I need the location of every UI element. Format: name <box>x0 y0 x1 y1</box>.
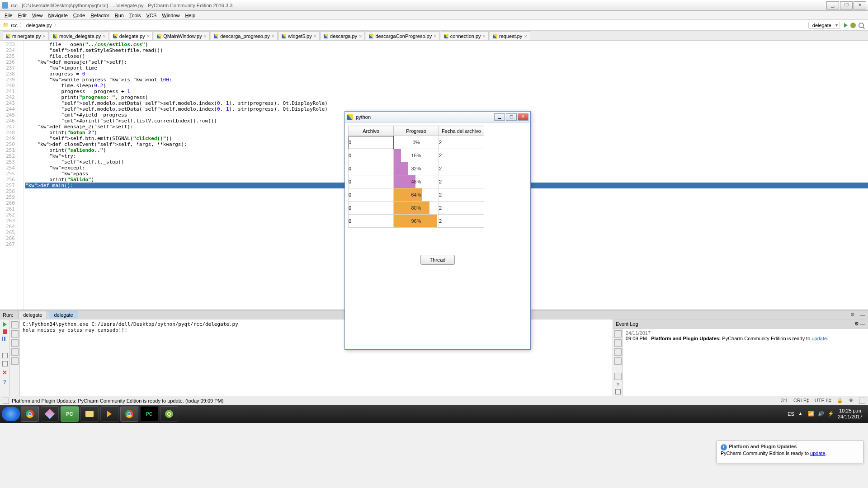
pin-icon[interactable] <box>2 361 8 366</box>
menu-view[interactable]: View <box>29 13 46 18</box>
menu-window[interactable]: Window <box>159 13 182 18</box>
cell-archivo[interactable]: 0 <box>349 149 394 162</box>
event-log-hide-icon[interactable]: — <box>860 321 865 326</box>
col-archivo[interactable]: Archivo <box>349 126 394 136</box>
menu-navigate[interactable]: Navigate <box>45 13 70 18</box>
tab-close-icon[interactable]: × <box>359 33 362 39</box>
cell-archivo[interactable]: 0 <box>349 215 394 228</box>
status-toggle-icon[interactable] <box>3 398 9 404</box>
file-tab[interactable]: delegate.py× <box>110 31 153 40</box>
taskbar-pycharm-2[interactable]: PC <box>140 406 158 422</box>
menu-refactor[interactable]: Refactor <box>88 13 112 18</box>
file-tab[interactable]: descarga_progreso.py× <box>211 31 278 40</box>
layout-icon[interactable] <box>2 353 8 358</box>
el-pin-icon[interactable] <box>615 389 621 394</box>
tab-close-icon[interactable]: × <box>314 33 316 39</box>
file-tab[interactable]: QMainWindow.py× <box>154 31 210 40</box>
el-icon-1[interactable] <box>614 330 622 338</box>
table-row[interactable]: 096%2 <box>349 215 484 228</box>
notif-update-link[interactable]: update <box>810 450 826 456</box>
wrap-icon[interactable] <box>11 339 19 347</box>
tray-bat-icon[interactable]: ⚡ <box>828 411 834 417</box>
tab-close-icon[interactable]: × <box>272 33 274 39</box>
readonly-lock-icon[interactable]: 🔒 <box>837 398 843 404</box>
cell-fecha[interactable]: 2 <box>439 175 484 188</box>
file-tab[interactable]: descarga.py× <box>321 31 365 40</box>
cell-progreso[interactable]: 80% <box>394 202 439 215</box>
menu-file[interactable]: File <box>2 13 15 18</box>
breadcrumb-root[interactable]: rcc <box>9 23 19 28</box>
cell-fecha[interactable]: 2 <box>439 162 484 175</box>
app-minimize-button[interactable]: ▁ <box>494 113 505 121</box>
stop-icon[interactable] <box>3 329 7 334</box>
python-app-window[interactable]: python ▁ ▢ ✕ Archivo Progreso Fecha del … <box>344 111 531 350</box>
menu-help[interactable]: Help <box>182 13 198 18</box>
col-fecha[interactable]: Fecha del archivo <box>439 126 484 136</box>
rerun-icon[interactable] <box>3 322 7 327</box>
system-tray[interactable]: ES ▲ 📶 🔊 ⚡ 10:25 p.m.24/11/2017 <box>788 408 866 420</box>
tab-close-icon[interactable]: × <box>204 33 207 39</box>
cell-fecha[interactable]: 2 <box>439 136 484 149</box>
help-icon[interactable]: ? <box>3 379 7 385</box>
taskbar-media[interactable] <box>100 406 118 422</box>
menu-edit[interactable]: Edit <box>15 13 29 18</box>
file-tab[interactable]: movie_delegate.py× <box>50 31 109 40</box>
cell-fecha[interactable]: 2 <box>439 202 484 215</box>
cell-progreso[interactable]: 96% <box>394 215 439 228</box>
tray-clock[interactable]: 10:25 p.m.24/11/2017 <box>838 408 863 420</box>
el-icon-3[interactable] <box>614 348 622 356</box>
line-separator[interactable]: CRLF‡ <box>793 398 809 404</box>
data-table[interactable]: Archivo Progreso Fecha del archivo 00%20… <box>348 126 484 228</box>
cell-archivo[interactable]: 0 <box>349 162 394 175</box>
down-icon[interactable] <box>11 330 19 338</box>
run-tab-1[interactable]: delegate <box>18 311 47 319</box>
menu-run[interactable]: Run <box>112 13 127 18</box>
windows-taskbar[interactable]: PC PC Q ES ▲ 📶 🔊 ⚡ 10:25 p.m.24/11/2017 <box>0 405 868 423</box>
search-icon[interactable] <box>859 23 864 28</box>
cell-progreso[interactable]: 48% <box>394 175 439 188</box>
cell-progreso[interactable]: 32% <box>394 162 439 175</box>
run-hide-icon[interactable]: — <box>858 312 868 318</box>
cell-fecha[interactable]: 2 <box>439 188 484 202</box>
close-run-icon[interactable]: ✕ <box>2 369 7 376</box>
el-icon-4[interactable] <box>614 357 622 365</box>
app-maximize-button[interactable]: ▢ <box>506 113 517 121</box>
tab-close-icon[interactable]: × <box>524 33 527 39</box>
file-tab[interactable]: connection.py× <box>441 31 489 40</box>
taskbar-pycharm[interactable]: PC <box>61 406 79 422</box>
file-encoding[interactable]: UTF-8‡ <box>815 398 831 404</box>
tray-net-icon[interactable]: 📶 <box>808 411 814 417</box>
menu-tools[interactable]: Tools <box>127 13 144 18</box>
pause-icon[interactable] <box>2 337 8 343</box>
tray-vol-icon[interactable]: 🔊 <box>818 411 824 417</box>
app-titlebar[interactable]: python ▁ ▢ ✕ <box>345 112 530 122</box>
taskbar-chrome[interactable] <box>21 406 39 422</box>
el-help-icon[interactable]: ? <box>616 382 619 387</box>
mem-icon[interactable] <box>859 398 865 404</box>
cell-progreso[interactable]: 64% <box>394 188 439 202</box>
minimize-button[interactable]: ▁ <box>826 1 839 9</box>
file-tab[interactable]: minergate.py× <box>3 31 49 40</box>
table-row[interactable]: 080%2 <box>349 202 484 215</box>
cell-progreso[interactable]: 0% <box>394 136 439 149</box>
tab-close-icon[interactable]: × <box>434 33 436 39</box>
taskbar-app-2[interactable] <box>41 406 59 422</box>
col-progreso[interactable]: Progreso <box>394 126 439 136</box>
taskbar-qt[interactable]: Q <box>160 406 178 422</box>
cell-archivo[interactable]: 0 <box>349 202 394 215</box>
run-icon[interactable] <box>844 23 848 28</box>
close-button[interactable]: ✕ <box>854 1 866 9</box>
menu-vcs[interactable]: VCS <box>144 13 160 18</box>
up-icon[interactable] <box>11 321 19 328</box>
file-tab[interactable]: request.py× <box>490 31 530 40</box>
table-row[interactable]: 016%2 <box>349 149 484 162</box>
cell-progreso[interactable]: 16% <box>394 149 439 162</box>
table-row[interactable]: 048%2 <box>349 175 484 188</box>
table-row[interactable]: 032%2 <box>349 162 484 175</box>
table-row[interactable]: 064%2 <box>349 188 484 202</box>
restore-button[interactable]: ❐ <box>840 1 853 9</box>
tray-lang[interactable]: ES <box>788 411 794 417</box>
cell-archivo[interactable]: 0 <box>349 188 394 202</box>
cell-fecha[interactable]: 2 <box>439 149 484 162</box>
thread-button[interactable]: Thread <box>420 255 455 265</box>
